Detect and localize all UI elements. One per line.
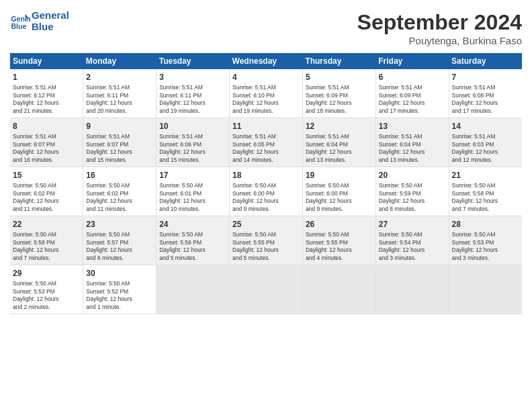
day-info: Sunrise: 5:50 AM Sunset: 5:54 PM Dayligh… [379, 231, 446, 262]
day-info: Sunrise: 5:50 AM Sunset: 5:53 PM Dayligh… [13, 280, 80, 311]
calendar-cell-empty [375, 265, 449, 314]
calendar-table: SundayMondayTuesdayWednesdayThursdayFrid… [10, 53, 522, 314]
day-info: Sunrise: 5:50 AM Sunset: 6:00 PM Dayligh… [306, 182, 373, 213]
calendar-cell-empty [302, 265, 375, 314]
calendar-cell-empty [157, 265, 230, 314]
day-info: Sunrise: 5:50 AM Sunset: 6:00 PM Dayligh… [232, 182, 300, 213]
day-number: 9 [86, 121, 153, 132]
day-info: Sunrise: 5:51 AM Sunset: 6:03 PM Dayligh… [452, 133, 519, 164]
day-number: 15 [13, 170, 80, 181]
calendar-cell-3: 3Sunrise: 5:51 AM Sunset: 6:11 PM Daylig… [157, 69, 230, 118]
calendar-cell-8: 8Sunrise: 5:51 AM Sunset: 6:07 PM Daylig… [10, 118, 83, 167]
day-number: 2 [86, 72, 153, 83]
week-row-5: 29Sunrise: 5:50 AM Sunset: 5:53 PM Dayli… [10, 265, 522, 314]
day-info: Sunrise: 5:51 AM Sunset: 6:05 PM Dayligh… [232, 133, 300, 164]
header-day-sunday: Sunday [10, 53, 83, 69]
day-number: 29 [13, 268, 80, 279]
calendar-cell-15: 15Sunrise: 5:50 AM Sunset: 6:02 PM Dayli… [10, 167, 83, 216]
calendar-cell-28: 28Sunrise: 5:50 AM Sunset: 5:53 PM Dayli… [449, 216, 522, 265]
day-number: 25 [232, 219, 300, 230]
day-info: Sunrise: 5:50 AM Sunset: 5:52 PM Dayligh… [86, 280, 153, 311]
day-number: 4 [232, 72, 300, 83]
day-number: 21 [452, 170, 519, 181]
day-number: 19 [306, 170, 373, 181]
calendar-cell-empty [449, 265, 522, 314]
day-info: Sunrise: 5:50 AM Sunset: 5:55 PM Dayligh… [306, 231, 373, 262]
day-number: 28 [452, 219, 519, 230]
day-number: 3 [159, 72, 226, 83]
week-row-4: 22Sunrise: 5:50 AM Sunset: 5:58 PM Dayli… [10, 216, 522, 265]
day-info: Sunrise: 5:51 AM Sunset: 6:12 PM Dayligh… [13, 84, 80, 115]
day-info: Sunrise: 5:51 AM Sunset: 6:11 PM Dayligh… [159, 84, 226, 115]
day-number: 6 [379, 72, 446, 83]
calendar-cell-11: 11Sunrise: 5:51 AM Sunset: 6:05 PM Dayli… [230, 118, 303, 167]
calendar-cell-27: 27Sunrise: 5:50 AM Sunset: 5:54 PM Dayli… [375, 216, 449, 265]
calendar-cell-30: 30Sunrise: 5:50 AM Sunset: 5:52 PM Dayli… [83, 265, 157, 314]
logo: General Blue General Blue [10, 10, 69, 32]
calendar-cell-29: 29Sunrise: 5:50 AM Sunset: 5:53 PM Dayli… [10, 265, 83, 314]
calendar-cell-22: 22Sunrise: 5:50 AM Sunset: 5:58 PM Dayli… [10, 216, 83, 265]
day-info: Sunrise: 5:51 AM Sunset: 6:09 PM Dayligh… [379, 84, 446, 115]
day-number: 23 [86, 219, 153, 230]
day-info: Sunrise: 5:51 AM Sunset: 6:08 PM Dayligh… [452, 84, 519, 115]
day-number: 10 [159, 121, 226, 132]
day-info: Sunrise: 5:51 AM Sunset: 6:07 PM Dayligh… [86, 133, 153, 164]
calendar-cell-19: 19Sunrise: 5:50 AM Sunset: 6:00 PM Dayli… [302, 167, 375, 216]
day-number: 16 [86, 170, 153, 181]
header: General Blue General Blue September 2024… [10, 10, 522, 46]
day-number: 18 [232, 170, 300, 181]
day-number: 13 [379, 121, 446, 132]
day-info: Sunrise: 5:50 AM Sunset: 6:01 PM Dayligh… [159, 182, 226, 213]
header-day-thursday: Thursday [302, 53, 375, 69]
calendar-cell-24: 24Sunrise: 5:50 AM Sunset: 5:56 PM Dayli… [157, 216, 230, 265]
week-row-1: 1Sunrise: 5:51 AM Sunset: 6:12 PM Daylig… [10, 69, 522, 118]
day-info: Sunrise: 5:50 AM Sunset: 5:57 PM Dayligh… [86, 231, 153, 262]
calendar-cell-16: 16Sunrise: 5:50 AM Sunset: 6:02 PM Dayli… [83, 167, 157, 216]
day-number: 30 [86, 268, 153, 279]
day-info: Sunrise: 5:50 AM Sunset: 6:02 PM Dayligh… [86, 182, 153, 213]
day-info: Sunrise: 5:51 AM Sunset: 6:04 PM Dayligh… [379, 133, 446, 164]
calendar-cell-18: 18Sunrise: 5:50 AM Sunset: 6:00 PM Dayli… [230, 167, 303, 216]
day-info: Sunrise: 5:50 AM Sunset: 5:59 PM Dayligh… [379, 182, 446, 213]
day-number: 8 [13, 121, 80, 132]
month-title: September 2024 [357, 10, 522, 35]
header-day-tuesday: Tuesday [157, 53, 230, 69]
calendar-cell-14: 14Sunrise: 5:51 AM Sunset: 6:03 PM Dayli… [449, 118, 522, 167]
week-row-2: 8Sunrise: 5:51 AM Sunset: 6:07 PM Daylig… [10, 118, 522, 167]
day-info: Sunrise: 5:50 AM Sunset: 5:58 PM Dayligh… [13, 231, 80, 262]
day-info: Sunrise: 5:51 AM Sunset: 6:10 PM Dayligh… [232, 84, 300, 115]
calendar-cell-7: 7Sunrise: 5:51 AM Sunset: 6:08 PM Daylig… [449, 69, 522, 118]
logo-icon: General Blue [10, 11, 30, 32]
calendar-cell-17: 17Sunrise: 5:50 AM Sunset: 6:01 PM Dayli… [157, 167, 230, 216]
title-block: September 2024 Pouytenga, Burkina Faso [357, 10, 522, 46]
day-number: 1 [13, 72, 80, 83]
day-number: 22 [13, 219, 80, 230]
day-info: Sunrise: 5:50 AM Sunset: 5:56 PM Dayligh… [159, 231, 226, 262]
day-number: 5 [306, 72, 373, 83]
day-number: 27 [379, 219, 446, 230]
day-info: Sunrise: 5:51 AM Sunset: 6:07 PM Dayligh… [13, 133, 80, 164]
header-row: SundayMondayTuesdayWednesdayThursdayFrid… [10, 53, 522, 69]
header-day-wednesday: Wednesday [230, 53, 303, 69]
day-number: 24 [159, 219, 226, 230]
calendar-cell-empty [230, 265, 303, 314]
week-row-3: 15Sunrise: 5:50 AM Sunset: 6:02 PM Dayli… [10, 167, 522, 216]
logo-general: General [32, 9, 69, 21]
day-number: 20 [379, 170, 446, 181]
calendar-cell-10: 10Sunrise: 5:51 AM Sunset: 6:06 PM Dayli… [157, 118, 230, 167]
svg-text:Blue: Blue [11, 21, 27, 30]
calendar-cell-26: 26Sunrise: 5:50 AM Sunset: 5:55 PM Dayli… [302, 216, 375, 265]
calendar-cell-6: 6Sunrise: 5:51 AM Sunset: 6:09 PM Daylig… [375, 69, 449, 118]
calendar-cell-13: 13Sunrise: 5:51 AM Sunset: 6:04 PM Dayli… [375, 118, 449, 167]
calendar-cell-5: 5Sunrise: 5:51 AM Sunset: 6:09 PM Daylig… [302, 69, 375, 118]
calendar-cell-12: 12Sunrise: 5:51 AM Sunset: 6:04 PM Dayli… [302, 118, 375, 167]
header-day-friday: Friday [375, 53, 449, 69]
day-number: 17 [159, 170, 226, 181]
calendar-cell-2: 2Sunrise: 5:51 AM Sunset: 6:11 PM Daylig… [83, 69, 157, 118]
calendar-cell-9: 9Sunrise: 5:51 AM Sunset: 6:07 PM Daylig… [83, 118, 157, 167]
header-day-monday: Monday [83, 53, 157, 69]
header-day-saturday: Saturday [449, 53, 522, 69]
day-info: Sunrise: 5:50 AM Sunset: 5:55 PM Dayligh… [232, 231, 300, 262]
day-number: 12 [306, 121, 373, 132]
day-info: Sunrise: 5:50 AM Sunset: 5:58 PM Dayligh… [452, 182, 519, 213]
